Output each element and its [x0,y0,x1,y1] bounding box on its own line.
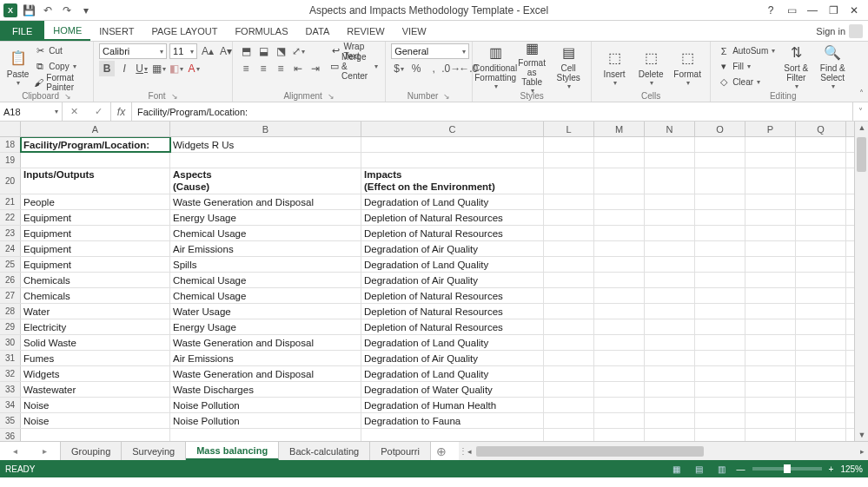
align-right-icon[interactable]: ≡ [273,61,288,76]
grow-font-icon[interactable]: A▴ [200,43,215,59]
cell-B18[interactable]: Widgets R Us [170,137,361,152]
sort-filter-button[interactable]: ⇅Sort & Filter▾ [779,43,813,90]
cell-B36[interactable] [170,429,361,441]
cell-L18[interactable] [544,137,594,152]
cell-L29[interactable] [544,319,594,334]
cell-O18[interactable] [695,137,745,152]
row-header-32[interactable]: 32 [0,366,21,381]
align-bottom-icon[interactable]: ⬔ [273,43,288,59]
cancel-formula-icon[interactable]: ✕ [70,106,78,117]
cell-O27[interactable] [695,288,745,303]
cell-M32[interactable] [594,366,645,381]
font-color-button[interactable]: A▾ [186,61,202,76]
cell-O22[interactable] [695,210,745,225]
align-center-icon[interactable]: ≡ [255,61,271,76]
cell-A30[interactable]: Solid Waste [21,335,170,350]
cell-C30[interactable]: Degradation of Land Quality [361,335,544,350]
cell-L22[interactable] [544,210,594,225]
cell-C36[interactable] [361,429,544,441]
cell-C31[interactable]: Degradation of Air Quality [361,351,544,365]
shrink-font-icon[interactable]: A▾ [218,43,234,59]
cell-A29[interactable]: Electricity [21,319,170,334]
cell-Q24[interactable] [796,241,846,256]
align-top-icon[interactable]: ⬒ [238,43,254,59]
autosum-button[interactable]: ΣAutoSum▾ [716,43,777,58]
col-header-A[interactable]: A [21,122,170,136]
increase-decimal-icon[interactable]: .0→ [443,61,459,76]
cell-N25[interactable] [645,257,695,272]
ribbon-tab-formulas[interactable]: FORMULAS [226,21,296,41]
restore-icon[interactable]: ❐ [826,3,840,17]
cell-B23[interactable]: Chemical Usage [170,226,361,240]
cell-O26[interactable] [695,273,745,287]
cell-P21[interactable] [745,194,796,209]
ribbon-tab-page-layout[interactable]: PAGE LAYOUT [142,21,226,41]
ribbon-tab-insert[interactable]: INSERT [90,21,142,41]
delete-cells-button[interactable]: ⬚Delete▾ [633,43,668,90]
normal-view-icon[interactable]: ▦ [669,463,685,475]
cell-M25[interactable] [594,257,645,272]
zoom-in-icon[interactable]: + [829,464,834,474]
cell-B30[interactable]: Waste Generation and Disposal [170,335,361,350]
cell-B27[interactable]: Chemical Usage [170,288,361,303]
cell-C18[interactable] [361,137,544,152]
cell-C26[interactable]: Degradation of Air Quality [361,273,544,287]
cell-P25[interactable] [745,257,796,272]
decrease-indent-icon[interactable]: ⇤ [290,61,306,76]
cell-N35[interactable] [645,413,695,428]
clipboard-launcher-icon[interactable]: ↘ [64,92,71,101]
cell-M18[interactable] [594,137,645,152]
cell-O34[interactable] [695,398,745,412]
currency-icon[interactable]: $▾ [391,61,407,76]
redo-icon[interactable]: ↷ [59,3,75,18]
bold-button[interactable]: B [99,61,115,76]
cell-N18[interactable] [645,137,695,152]
cell-P35[interactable] [745,413,796,428]
cell-L33[interactable] [544,382,594,397]
zoom-slider[interactable] [752,467,822,471]
cell-A18[interactable]: Facility/Program/Location: [21,137,170,152]
merge-center-button[interactable]: ▭Merge & Center▾ [328,59,380,74]
page-break-view-icon[interactable]: ▥ [714,463,730,475]
col-header-Q[interactable]: Q [796,122,846,136]
find-select-button[interactable]: 🔍Find & Select▾ [815,43,850,90]
cell-N23[interactable] [645,226,695,240]
col-header-P[interactable]: P [745,122,796,136]
cell-Q25[interactable] [796,257,846,272]
cell-A22[interactable]: Equipment [21,210,170,225]
hscroll-thumb[interactable] [476,446,704,457]
cell-P20[interactable] [745,168,796,194]
cell-A36[interactable] [21,429,170,441]
minimize-icon[interactable]: — [805,3,819,17]
cell-M21[interactable] [594,194,645,209]
fill-color-button[interactable]: ◧▾ [169,61,184,76]
spreadsheet-grid[interactable]: ABCLMNOPQ 18Facility/Program/Location:Wi… [0,122,854,441]
help-icon[interactable]: ? [764,3,778,17]
col-header-M[interactable]: M [594,122,645,136]
alignment-launcher-icon[interactable]: ↘ [328,92,335,101]
cell-M26[interactable] [594,273,645,287]
cell-M31[interactable] [594,351,645,365]
cell-B25[interactable]: Spills [170,257,361,272]
cell-O24[interactable] [695,241,745,256]
fx-icon[interactable]: fx [111,102,132,121]
cell-N24[interactable] [645,241,695,256]
cell-P26[interactable] [745,273,796,287]
cell-A28[interactable]: Water [21,304,170,319]
percent-icon[interactable]: % [408,61,424,76]
font-launcher-icon[interactable]: ↘ [171,92,178,101]
cell-P19[interactable] [745,153,796,168]
cell-C32[interactable]: Degradation of Land Quality [361,366,544,381]
cell-N31[interactable] [645,351,695,365]
cell-O19[interactable] [695,153,745,168]
col-header-L[interactable]: L [544,122,594,136]
paste-button[interactable]: 📋 Paste▾ [5,43,30,90]
row-header-23[interactable]: 23 [0,226,21,240]
new-sheet-button[interactable]: ⊕ [431,442,452,460]
col-header-B[interactable]: B [170,122,361,136]
cell-M22[interactable] [594,210,645,225]
cell-Q21[interactable] [796,194,846,209]
row-header-29[interactable]: 29 [0,319,21,334]
cell-O31[interactable] [695,351,745,365]
cell-L32[interactable] [544,366,594,381]
